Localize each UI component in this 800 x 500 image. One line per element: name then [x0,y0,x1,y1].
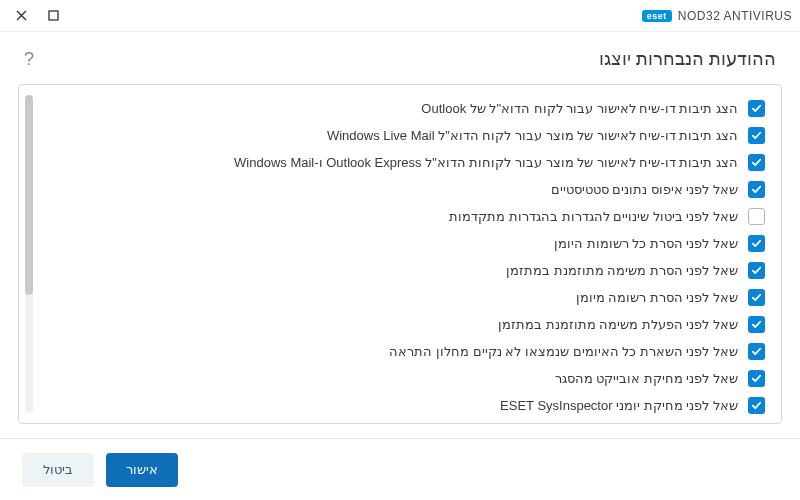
list-item: שאל לפני הפעלת משימה מתוזמנת במתזמן [27,311,769,338]
list-item-label: שאל לפני ביטול שינויים להגדרות בהגדרות מ… [449,209,738,224]
checkbox[interactable] [748,154,765,171]
titlebar: eset NOD32 ANTIVIRUS [0,0,800,32]
checkbox[interactable] [748,343,765,360]
list-item: הצג תיבות דו-שיח לאישור עבור לקוח הדוא"ל… [27,95,769,122]
header: ההודעות הנבחרות יוצגו ? [0,32,800,84]
list-item-label: שאל לפני הפעלת משימה מתוזמנת במתזמן [498,317,738,332]
page-title: ההודעות הנבחרות יוצגו [599,48,776,70]
checkbox[interactable] [748,289,765,306]
brand-badge: eset [642,10,672,22]
checkbox[interactable] [748,127,765,144]
list-item-label: שאל לפני מחיקת יומני ESET SysInspector [500,398,738,413]
list-item: שאל לפני הסרת כל רשומות היומן [27,230,769,257]
list-item: שאל לפני ביטול שינויים להגדרות בהגדרות מ… [27,203,769,230]
cancel-button[interactable]: ביטול [22,453,94,487]
list-item: שאל לפני השארת כל האיומים שנמצאו לא נקיי… [27,338,769,365]
list-item: הצג תיבות דו-שיח לאישור של מוצר עבור לקו… [27,122,769,149]
checkbox[interactable] [748,370,765,387]
checkbox[interactable] [748,208,765,225]
list-item-label: שאל לפני הסרת רשומה מיומן [576,290,738,305]
list-item: שאל לפני הסרת משימה מתוזמנת במתזמן [27,257,769,284]
list-item-label: שאל לפני הסרת כל רשומות היומן [554,236,738,251]
list-item-label: הצג תיבות דו-שיח לאישור של מוצר עבור לקו… [234,155,738,170]
list-item: שאל לפני מחיקת יומני ESET SysInspector [27,392,769,419]
list-item: הצג תיבות דו-שיח לאישור של מוצר עבור לקו… [27,149,769,176]
list-item: שאל לפני מחיקת אובייקט מהסגר [27,365,769,392]
list-item: שאל לפני איפוס נתונים סטטיסטיים [27,176,769,203]
list-item-label: שאל לפני השארת כל האיומים שנמצאו לא נקיי… [389,344,738,359]
list-item-label: שאל לפני מחיקת אובייקט מהסגר [555,371,738,386]
checkbox[interactable] [748,181,765,198]
options-list: הצג תיבות דו-שיח לאישור עבור לקוח הדוא"ל… [18,84,782,424]
maximize-icon[interactable] [44,7,62,25]
list-item: שאל לפני הסרת רשומה מיומן [27,284,769,311]
scrollbar-thumb[interactable] [25,95,33,295]
list-item-label: הצג תיבות דו-שיח לאישור של מוצר עבור לקו… [327,128,738,143]
scrollbar-track[interactable] [25,95,33,413]
product-name: NOD32 ANTIVIRUS [678,9,792,23]
list-item-label: הצג תיבות דו-שיח לאישור עבור לקוח הדוא"ל… [421,101,738,116]
checkbox[interactable] [748,262,765,279]
checkbox[interactable] [748,316,765,333]
checkbox[interactable] [748,100,765,117]
help-icon[interactable]: ? [24,49,34,70]
footer: אישור ביטול [0,438,800,500]
list-item-label: שאל לפני איפוס נתונים סטטיסטיים [551,182,738,197]
product-brand: eset NOD32 ANTIVIRUS [642,9,792,23]
list-item-label: שאל לפני הסרת משימה מתוזמנת במתזמן [506,263,738,278]
svg-rect-0 [49,11,58,20]
window-controls [12,7,62,25]
close-icon[interactable] [12,7,30,25]
ok-button[interactable]: אישור [106,453,178,487]
checkbox[interactable] [748,397,765,414]
checkbox[interactable] [748,235,765,252]
